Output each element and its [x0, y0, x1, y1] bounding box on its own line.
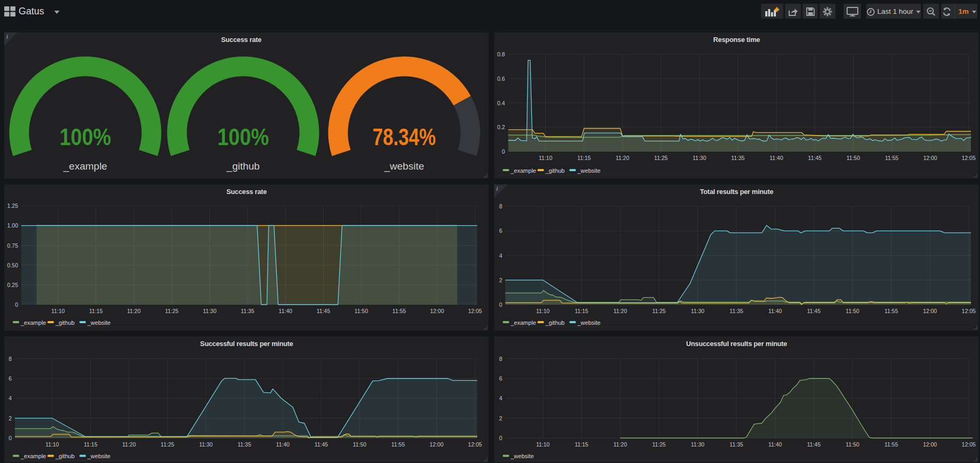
svg-text:12:05: 12:05	[962, 308, 976, 314]
svg-text:11:30: 11:30	[203, 308, 217, 314]
svg-text:11:55: 11:55	[391, 441, 405, 448]
svg-text:11:50: 11:50	[846, 441, 859, 448]
svg-text:11:45: 11:45	[807, 308, 821, 314]
svg-text:11:35: 11:35	[730, 308, 744, 314]
svg-text:8: 8	[499, 356, 502, 362]
svg-text:Total results per minute: Total results per minute	[700, 188, 773, 196]
svg-text:11:10: 11:10	[45, 441, 59, 448]
svg-text:11:35: 11:35	[731, 155, 745, 161]
svg-text:11:15: 11:15	[575, 308, 588, 314]
svg-text:Successful results per minute: Successful results per minute	[200, 340, 293, 348]
svg-text:11:40: 11:40	[768, 308, 782, 314]
svg-text:11:40: 11:40	[278, 308, 292, 314]
svg-text:_website: _website	[384, 161, 424, 172]
svg-text:11:25: 11:25	[654, 155, 668, 161]
svg-text:12:05: 12:05	[468, 441, 482, 448]
svg-text:0.8: 0.8	[497, 51, 505, 57]
svg-text:_example: _example	[20, 453, 46, 459]
svg-text:6: 6	[499, 228, 502, 234]
svg-text:6: 6	[499, 375, 502, 382]
svg-text:11:30: 11:30	[691, 308, 705, 314]
svg-text:11:35: 11:35	[730, 441, 744, 448]
svg-text:11:30: 11:30	[199, 441, 213, 448]
svg-text:0: 0	[9, 435, 12, 441]
svg-text:_github: _github	[55, 453, 74, 459]
svg-text:11:55: 11:55	[885, 155, 899, 161]
svg-text:11:10: 11:10	[536, 441, 550, 448]
svg-text:2: 2	[499, 277, 502, 283]
svg-text:11:15: 11:15	[575, 441, 588, 448]
svg-text:4: 4	[499, 395, 502, 401]
svg-text:_website: _website	[87, 453, 111, 459]
svg-text:_website: _website	[577, 167, 601, 174]
svg-text:78.34%: 78.34%	[373, 124, 436, 150]
svg-text:11:50: 11:50	[847, 155, 860, 161]
svg-text:0.6: 0.6	[497, 75, 505, 82]
svg-text:i: i	[496, 186, 498, 192]
svg-text:11:40: 11:40	[770, 155, 783, 161]
svg-text:_github: _github	[226, 161, 259, 172]
svg-text:4: 4	[499, 252, 502, 259]
svg-text:12:00: 12:00	[923, 441, 937, 448]
svg-text:11:55: 11:55	[884, 308, 898, 314]
svg-text:11:50: 11:50	[354, 308, 368, 314]
svg-text:12:05: 12:05	[961, 155, 975, 161]
svg-text:Response time: Response time	[713, 36, 760, 44]
svg-text:11:20: 11:20	[616, 155, 630, 161]
svg-text:0: 0	[15, 301, 18, 308]
svg-text:11:20: 11:20	[613, 441, 627, 448]
svg-text:11:30: 11:30	[692, 155, 706, 161]
svg-text:2: 2	[499, 415, 502, 422]
svg-text:0.4: 0.4	[497, 100, 505, 106]
svg-text:11:45: 11:45	[808, 155, 822, 161]
svg-text:11:50: 11:50	[846, 308, 859, 314]
svg-text:1.25: 1.25	[7, 203, 19, 209]
svg-text:_example: _example	[510, 167, 536, 174]
svg-text:0.75: 0.75	[7, 242, 19, 249]
svg-text:12:00: 12:00	[429, 441, 443, 448]
svg-text:11:45: 11:45	[315, 441, 328, 448]
svg-text:11:15: 11:15	[577, 155, 591, 161]
svg-text:2: 2	[9, 415, 12, 422]
svg-text:11:10: 11:10	[536, 308, 550, 314]
svg-text:12:05: 12:05	[962, 441, 976, 448]
svg-text:100%: 100%	[217, 124, 269, 150]
svg-text:11:35: 11:35	[238, 441, 251, 448]
svg-text:4: 4	[9, 395, 12, 401]
svg-text:_website: _website	[577, 319, 601, 326]
svg-text:0.50: 0.50	[7, 262, 19, 268]
svg-text:11:15: 11:15	[89, 308, 103, 314]
svg-text:11:20: 11:20	[127, 308, 141, 314]
svg-text:11:45: 11:45	[807, 441, 821, 448]
svg-text:11:20: 11:20	[613, 308, 627, 314]
svg-text:_github: _github	[55, 319, 74, 326]
svg-text:8: 8	[9, 356, 12, 362]
svg-text:11:15: 11:15	[84, 441, 98, 448]
svg-text:11:45: 11:45	[317, 308, 331, 314]
svg-text:11:25: 11:25	[652, 308, 666, 314]
svg-text:Success rate: Success rate	[226, 188, 267, 196]
svg-text:_example: _example	[510, 319, 536, 326]
svg-text:11:25: 11:25	[165, 308, 179, 314]
svg-text:11:50: 11:50	[353, 441, 367, 448]
svg-text:11:10: 11:10	[51, 308, 65, 314]
svg-text:0.2: 0.2	[497, 124, 505, 130]
svg-text:0: 0	[499, 301, 502, 308]
svg-text:100%: 100%	[60, 124, 111, 150]
svg-text:12:00: 12:00	[923, 308, 937, 314]
svg-text:8: 8	[499, 203, 502, 209]
svg-text:_github: _github	[545, 319, 564, 326]
svg-text:6: 6	[9, 375, 12, 382]
svg-text:11:25: 11:25	[652, 441, 666, 448]
svg-text:11:40: 11:40	[276, 441, 290, 448]
svg-text:_github: _github	[545, 167, 564, 174]
svg-text:i: i	[6, 34, 8, 40]
svg-text:12:00: 12:00	[430, 308, 444, 314]
svg-text:1.00: 1.00	[7, 222, 19, 229]
svg-text:12:05: 12:05	[468, 308, 482, 314]
svg-text:11:10: 11:10	[539, 155, 553, 161]
svg-text:_example: _example	[20, 319, 46, 326]
svg-text:_website: _website	[87, 319, 111, 326]
svg-text:11:55: 11:55	[392, 308, 406, 314]
svg-text:Unsuccessful results per minut: Unsuccessful results per minute	[686, 340, 787, 348]
